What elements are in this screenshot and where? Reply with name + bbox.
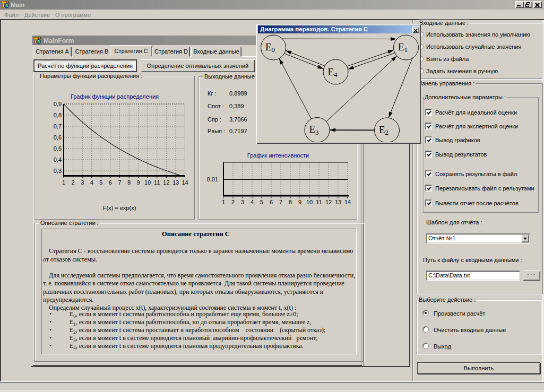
- svg-text:6: 6: [109, 179, 112, 186]
- svg-text:E0: E0: [265, 41, 275, 54]
- svg-text:12: 12: [325, 199, 332, 205]
- svg-text:График интенсивности: График интенсивности: [247, 152, 309, 159]
- svg-text:0,6: 0,6: [54, 134, 62, 141]
- svg-text:0,4: 0,4: [54, 156, 62, 163]
- svg-text:9: 9: [137, 179, 140, 186]
- svg-text:11: 11: [154, 179, 160, 186]
- svg-text:13: 13: [335, 199, 341, 205]
- svg-text:2: 2: [72, 179, 75, 186]
- svg-text:9: 9: [298, 199, 301, 205]
- svg-text:F(x) = exp(x): F(x) = exp(x): [103, 205, 136, 211]
- svg-text:2: 2: [231, 199, 235, 205]
- svg-text:3: 3: [81, 179, 84, 186]
- svg-text:6: 6: [270, 199, 273, 205]
- svg-text:5: 5: [99, 179, 102, 186]
- svg-text:E2: E2: [379, 124, 388, 137]
- svg-text:0,01: 0,01: [207, 176, 218, 182]
- svg-text:4: 4: [90, 179, 93, 186]
- svg-text:14: 14: [344, 199, 351, 205]
- svg-text:10: 10: [306, 199, 313, 205]
- svg-text:10: 10: [144, 179, 151, 186]
- svg-text:0,5: 0,5: [54, 145, 62, 152]
- svg-text:12: 12: [163, 179, 169, 186]
- svg-text:График функции распределения: График функции распределения: [71, 93, 159, 100]
- svg-text:0,8: 0,8: [54, 112, 62, 118]
- svg-text:1: 1: [222, 199, 225, 205]
- svg-text:E1: E1: [398, 41, 408, 54]
- svg-text:13: 13: [172, 179, 179, 186]
- svg-text:E3: E3: [309, 124, 319, 136]
- svg-text:0,9: 0,9: [54, 101, 62, 107]
- svg-text:7: 7: [118, 179, 121, 186]
- svg-text:1: 1: [62, 179, 65, 186]
- svg-text:11: 11: [316, 199, 322, 205]
- svg-text:E4: E4: [328, 66, 338, 79]
- svg-text:14: 14: [182, 179, 188, 186]
- svg-text:8: 8: [289, 199, 292, 205]
- svg-text:0,3: 0,3: [54, 168, 62, 174]
- svg-text:7: 7: [279, 199, 282, 205]
- svg-text:5: 5: [260, 199, 263, 205]
- svg-text:3: 3: [241, 199, 244, 205]
- svg-text:4: 4: [251, 199, 254, 205]
- svg-text:0,7: 0,7: [54, 123, 62, 129]
- svg-text:8: 8: [127, 179, 131, 186]
